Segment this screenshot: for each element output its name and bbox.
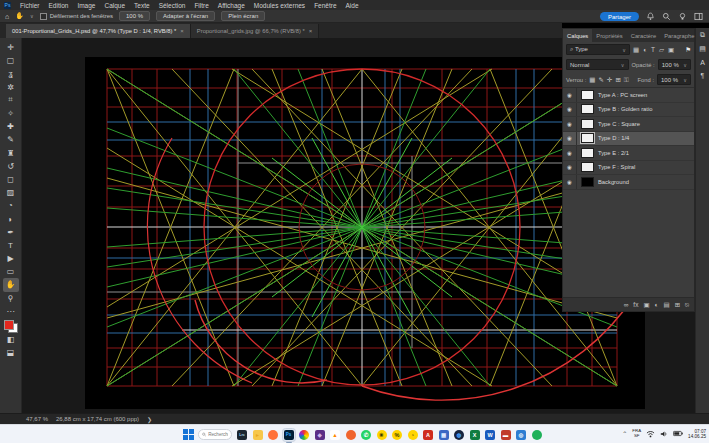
lock-pixels-icon[interactable]: ✎ (598, 76, 603, 84)
share-button[interactable]: Partager (600, 12, 639, 21)
taskbar-app-red-app[interactable]: ▬ (500, 429, 512, 441)
layer-filter-select[interactable]: ⌕ Type ∨ (566, 44, 630, 55)
filter-type-layers-icon[interactable]: T (651, 46, 655, 54)
character-panel-icon[interactable]: A (700, 59, 705, 66)
filter-shape-layers-icon[interactable]: ▱ (659, 46, 664, 54)
quick-mask-button[interactable]: ◧ (3, 333, 19, 346)
menu-calque[interactable]: Calque (104, 2, 125, 9)
tab-close-icon[interactable]: × (309, 28, 313, 34)
lock-position-icon[interactable]: ✛ (607, 76, 612, 84)
bell-icon[interactable] (646, 12, 655, 21)
layer-visibility-eye-icon[interactable]: ◉ (563, 103, 577, 117)
move-tool[interactable]: ✛ (3, 41, 19, 54)
search-icon[interactable] (662, 12, 671, 21)
blend-mode-select[interactable]: Normal∨ (566, 59, 629, 70)
tray-chevron-icon[interactable]: ⌃ (622, 430, 627, 437)
taskbar-app-blue-app[interactable]: ◎ (515, 429, 527, 441)
speaker-icon[interactable] (660, 430, 668, 438)
quick-selection-tool[interactable]: ✲ (3, 81, 19, 94)
layer-mask-icon[interactable]: ▣ (643, 301, 649, 309)
fit-screen-button[interactable]: Adapter à l'écran (156, 11, 215, 21)
home-icon[interactable]: ⌂ (5, 13, 9, 20)
layer-row[interactable]: ◉Type D : 1/4 (563, 132, 694, 147)
taskbar-app-green-app[interactable] (531, 429, 543, 441)
document-tab-2[interactable]: Proportional_grids.jpg @ 66,7% (RVB/8) *… (191, 24, 319, 38)
taskbar-app-whatsapp[interactable]: ✆ (360, 429, 372, 441)
taskbar-app-yellow-app-2[interactable]: % (391, 429, 403, 441)
brush-tool[interactable]: ✎ (3, 133, 19, 146)
taskbar-app-orange-ball-app[interactable] (345, 429, 357, 441)
scroll-all-windows-checkbox[interactable]: Défilement des fenêtres (40, 13, 113, 20)
screen-mode-button[interactable]: ⬓ (3, 346, 19, 359)
menu-filtre[interactable]: Filtre (194, 2, 208, 9)
layer-row[interactable]: ◉Type C : Square (563, 117, 694, 132)
taskbar-app-acrobat[interactable]: A (422, 429, 434, 441)
color-swatches[interactable] (4, 320, 18, 333)
layer-effects-icon[interactable]: fx (633, 301, 638, 308)
taskbar-app-photoshop[interactable]: Ps (283, 429, 295, 441)
lock-transparency-icon[interactable]: ▦ (589, 76, 595, 84)
lock-artboard-icon[interactable]: ⊞ (615, 76, 620, 84)
taskbar-app-photos-app[interactable] (298, 429, 310, 441)
marquee-tool[interactable]: ▢ (3, 54, 19, 67)
libraries-panel-icon[interactable]: ▤ (699, 45, 706, 53)
language-indicator[interactable]: FRASF (632, 429, 641, 438)
layer-row[interactable]: ◉Type B : Golden ratio (563, 103, 694, 118)
filter-pixel-layers-icon[interactable]: ▦ (633, 46, 639, 54)
paragraph-panel-icon[interactable]: ¶ (701, 72, 705, 79)
lasso-tool[interactable]: ʓ (3, 67, 19, 80)
filter-pin-icon[interactable]: ⚑ (685, 46, 691, 54)
layer-visibility-eye-icon[interactable]: ◉ (563, 161, 577, 175)
clock[interactable]: 07:0714.06.25 (688, 429, 706, 439)
filter-adjustment-layers-icon[interactable]: ◐ (643, 46, 647, 54)
layer-visibility-eye-icon[interactable]: ◉ (563, 117, 577, 131)
menu-modules-externes[interactable]: Modules externes (254, 2, 305, 9)
clone-stamp-tool[interactable]: ♜ (3, 147, 19, 160)
layer-row[interactable]: ◉Type F : Spiral (563, 161, 694, 176)
pen-tool[interactable]: ✒ (3, 226, 19, 239)
status-chevron-icon[interactable]: ❯ (147, 416, 152, 423)
layer-row[interactable]: ◉Type E : 2/1 (563, 146, 694, 161)
healing-brush-tool[interactable]: ✚ (3, 120, 19, 133)
taskbar-app-excel[interactable]: X (469, 429, 481, 441)
taskbar-app-yellow-app-1[interactable]: ✳ (376, 429, 388, 441)
blur-tool[interactable]: ◔ (3, 199, 19, 212)
more-tools[interactable]: ⋯ (3, 305, 19, 318)
shape-tool[interactable]: ▭ (3, 265, 19, 278)
tab-close-icon[interactable]: × (180, 28, 184, 34)
wifi-icon[interactable] (646, 430, 655, 438)
taskbar-search[interactable]: Rechercher (198, 429, 232, 440)
zoom-level-field[interactable]: 47,67 % (26, 416, 48, 422)
taskbar-app-purple-app[interactable]: ◆ (314, 429, 326, 441)
layer-visibility-eye-icon[interactable]: ◉ (563, 88, 577, 102)
opacity-select[interactable]: 100 %∨ (658, 59, 691, 70)
delete-layer-icon[interactable]: ⍉ (685, 301, 689, 309)
zoom-tool[interactable]: ⚲ (3, 292, 19, 305)
adjustment-layer-icon[interactable]: ◐ (655, 301, 659, 308)
taskbar-app-vlc[interactable]: ▲ (329, 429, 341, 441)
link-layers-icon[interactable]: ∞ (624, 301, 629, 308)
menu-image[interactable]: Image (77, 2, 95, 9)
menu-edition[interactable]: Edition (49, 2, 69, 9)
new-layer-icon[interactable]: ⊞ (675, 301, 680, 309)
panel-tab-paragraphe[interactable]: Paragraphe (660, 29, 698, 42)
document-tab-1[interactable]: 001-Proportional_Grids_H.psd @ 47,7% (Ty… (6, 24, 191, 38)
menu-s-lection[interactable]: Sélection (159, 2, 186, 9)
menu-fichier[interactable]: Fichier (20, 2, 40, 9)
taskbar-app-dark-sphere-app[interactable]: ◍ (453, 429, 465, 441)
taskbar-app-calculator[interactable]: ▦ (438, 429, 450, 441)
panel-tab-caractre[interactable]: Caractère (627, 29, 660, 42)
fill-select[interactable]: 100 %∨ (657, 74, 691, 85)
layer-visibility-eye-icon[interactable]: ◉ (563, 175, 577, 189)
new-group-icon[interactable]: ▤ (663, 301, 669, 309)
fullscreen-button[interactable]: Plein écran (221, 11, 265, 21)
history-brush-tool[interactable]: ↺ (3, 160, 19, 173)
layer-row[interactable]: ◉Background (563, 175, 694, 190)
learn-bulb-icon[interactable] (678, 12, 687, 21)
taskbar-app-word[interactable]: W (484, 429, 496, 441)
type-tool[interactable]: T (3, 239, 19, 252)
hand-tool[interactable]: ✋ (3, 278, 19, 291)
workspace-switcher-icon[interactable] (694, 12, 703, 21)
layer-row[interactable]: ◉Type A : PC screen (563, 88, 694, 103)
taskbar-app-firefox[interactable] (267, 429, 279, 441)
